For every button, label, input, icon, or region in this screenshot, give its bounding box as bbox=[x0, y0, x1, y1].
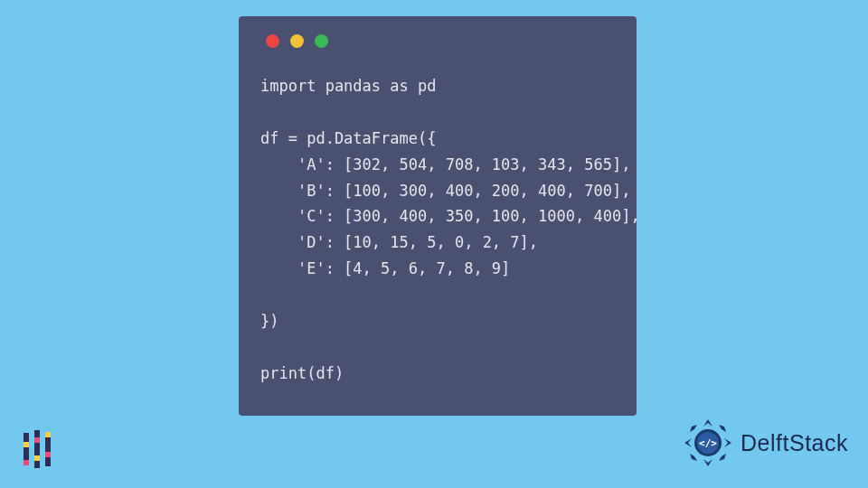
brand-ornament-icon: </> bbox=[683, 418, 733, 468]
left-logo-icon bbox=[24, 432, 51, 466]
window-titlebar bbox=[260, 34, 615, 48]
minimize-icon bbox=[290, 34, 304, 48]
brand-name: DelftStack bbox=[741, 430, 848, 456]
code-content: import pandas as pd df = pd.DataFrame({ … bbox=[260, 73, 615, 387]
maximize-icon bbox=[315, 34, 328, 48]
close-icon bbox=[266, 34, 279, 48]
code-window: import pandas as pd df = pd.DataFrame({ … bbox=[239, 16, 637, 416]
svg-text:</>: </> bbox=[699, 437, 717, 449]
brand-logo: </> DelftStack bbox=[683, 418, 848, 468]
